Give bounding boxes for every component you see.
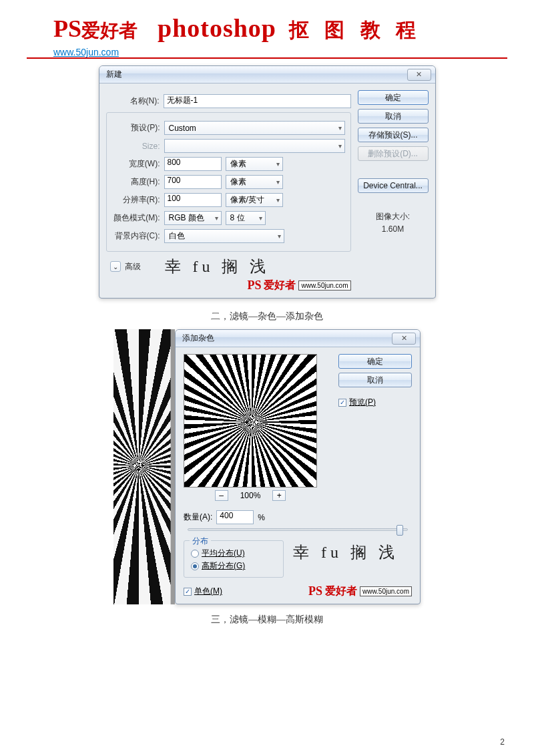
resolution-input[interactable]: 100 [164,193,222,207]
cancel-button[interactable]: 取消 [358,109,429,124]
width-unit-select[interactable]: 像素▾ [226,157,283,171]
caption-blur: 三，滤镜—模糊—高斯模糊 [27,614,507,626]
noise-background-sample [113,329,175,604]
size-select: ▾ [164,139,345,153]
advanced-toggle[interactable]: ⌄ 高级 幸 fu 搁 浅 [110,256,351,277]
uniform-radio[interactable]: 平均分布(U) [191,548,276,559]
chevron-down-icon: ▾ [276,160,280,168]
resolution-label: 分辨率(R): [107,194,164,206]
checkbox-icon [338,399,346,407]
distribution-group: 分布 平均分布(U) 高斯分布(G) [184,540,284,578]
add-noise-section: 添加杂色 ✕ 确定 取消 预览(P) – 100% + [113,329,421,604]
titlebar-new: 新建 ✕ [99,66,435,83]
delete-preset-button: 删除预设(D)... [358,146,429,161]
chevron-down-icon: ▾ [215,214,218,222]
close-button[interactable]: ✕ [392,333,416,345]
radio-icon [191,550,199,558]
watermark-logo: PS爱好者 www.50jun.com [308,584,412,598]
group-title: 分布 [190,536,211,547]
add-noise-dialog: 添加杂色 ✕ 确定 取消 预览(P) – 100% + [175,329,421,604]
preview-checkbox-row[interactable]: 预览(P) [338,397,412,408]
save-preset-button[interactable]: 存储预设(S)... [358,128,429,142]
height-unit-select[interactable]: 像素▾ [226,175,283,189]
close-button[interactable]: ✕ [407,69,431,81]
width-label: 宽度(W): [107,158,164,170]
page-number: 2 [500,737,505,747]
logo-ah: 爱好者 [81,20,138,41]
page-header: PS爱好者 photoshop 抠 图 教 程 www.50jun.com [27,0,507,59]
watermark-text: 幸 fu 搁 浅 [165,256,270,277]
chevron-down-icon: ▾ [338,142,342,150]
new-document-dialog: 新建 ✕ 名称(N): 无标题-1 预设(P): Custom▾ Size: ▾ [99,65,436,299]
monochrome-checkbox-row[interactable]: 单色(M) [184,586,222,597]
dialog-title: 添加杂色 [182,333,214,344]
radio-icon [191,562,199,570]
chevron-down-icon: ⌄ [110,261,121,272]
page-title: photoshop 抠 图 教 程 [158,13,421,44]
bg-label: 背景内容(C): [107,230,164,242]
title-en: photoshop [158,14,276,42]
chevron-down-icon: ▾ [276,196,280,204]
amount-label: 数量(A): [184,512,212,523]
site-url-link[interactable]: www.50jun.com [53,47,119,57]
chevron-down-icon: ▾ [278,232,281,240]
size-label: Size: [107,142,164,151]
logo: PS爱好者 [53,15,138,43]
ok-button[interactable]: 确定 [338,354,412,369]
ok-button[interactable]: 确定 [358,90,429,105]
cancel-button[interactable]: 取消 [338,373,412,387]
name-input[interactable]: 无标题-1 [164,94,351,108]
titlebar-noise: 添加杂色 ✕ [176,330,420,347]
dialog-title: 新建 [106,69,122,80]
name-label: 名称(N): [106,96,164,107]
amount-input[interactable]: 400 [216,510,254,524]
height-label: 高度(H): [107,176,164,188]
checkbox-icon [184,588,192,596]
bg-select[interactable]: 白色▾ [164,229,284,243]
caption-noise: 二，滤镜—杂色—添加杂色 [27,311,507,323]
noise-preview[interactable] [184,354,317,488]
preset-select[interactable]: Custom▾ [164,121,345,135]
zoom-out-button[interactable]: – [215,490,228,501]
preset-label: 预设(P): [107,122,164,134]
resolution-unit-select[interactable]: 像素/英寸▾ [226,193,283,207]
color-bits-select[interactable]: 8 位▾ [226,211,266,225]
slider-thumb[interactable] [396,525,403,536]
zoom-value: 100% [240,491,261,500]
watermark-logo: PS爱好者 www.50jun.com [247,278,350,293]
logo-ps: PS [53,15,81,42]
color-mode-label: 颜色模式(M): [107,212,164,224]
title-cn: 抠 图 教 程 [289,19,422,41]
watermark-text: 幸 fu 搁 浅 [293,542,412,563]
gaussian-radio[interactable]: 高斯分布(G) [191,560,276,572]
device-central-button[interactable]: Device Central... [358,178,429,193]
amount-slider[interactable] [188,528,408,531]
amount-unit: % [258,513,265,522]
color-mode-select[interactable]: RGB 颜色▾ [164,211,222,225]
zoom-in-button[interactable]: + [272,490,286,501]
chevron-down-icon: ▾ [259,214,262,222]
chevron-down-icon: ▾ [276,178,280,186]
chevron-down-icon: ▾ [338,124,342,132]
width-input[interactable]: 800 [164,157,222,171]
image-size-info: 图像大小: 1.60M [358,210,429,236]
height-input[interactable]: 700 [164,175,222,189]
